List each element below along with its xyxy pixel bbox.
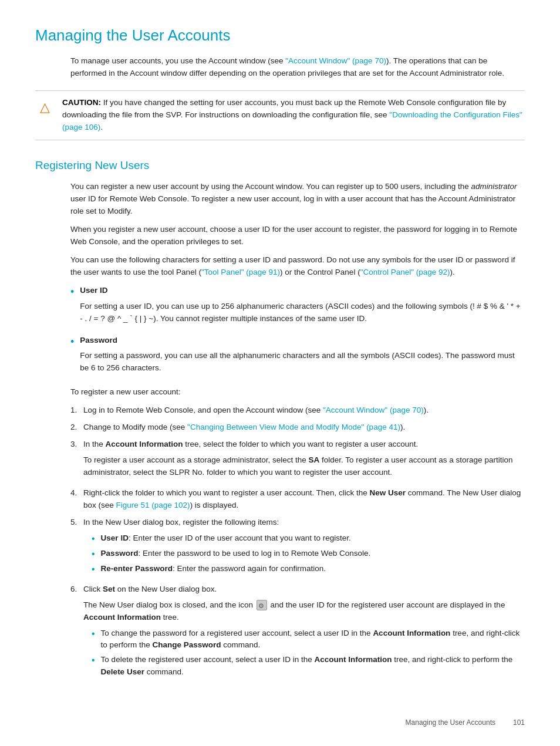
step-3: In the Account Information tree, select … (70, 438, 525, 482)
step1-start: Log in to Remote Web Console, and open t… (83, 406, 323, 414)
para1-italic: administrator (471, 182, 517, 191)
step-6-content: Click Set on the New User dialog box. Th… (83, 583, 525, 681)
para1-start: You can register a new user account by u… (70, 182, 471, 191)
account-window-link[interactable]: "Account Window" (page 70) (285, 56, 386, 65)
account-icon (257, 600, 267, 610)
step-1-content: Log in to Remote Web Console, and open t… (83, 404, 525, 417)
step4-link[interactable]: Figure 51 (page 102) (116, 501, 190, 509)
caution-box: △ CAUTION: If you have changed the setti… (35, 90, 525, 140)
step-5-content: In the New User dialog box, register the… (83, 517, 525, 579)
step4-end: ) is displayed. (190, 501, 239, 509)
step6-dot1: • (92, 627, 95, 640)
step6-cont-final: tree. (161, 613, 179, 622)
step2-end: ). (400, 423, 405, 431)
bullet-userid-content: User ID For setting a user ID, you can u… (80, 285, 525, 331)
step5-sub1-bold: User ID (101, 534, 129, 542)
caution-icon: △ (35, 97, 54, 117)
step5-sub2-content: Password: Enter the password to be used … (101, 548, 371, 560)
step-2-content: Change to Modify mode (see "Changing Bet… (83, 421, 525, 434)
bullet-password-content: Password For setting a password, you can… (80, 335, 525, 381)
step6-after1-bold1: Account Information (373, 629, 450, 637)
step6-continuation: The New User dialog box is closed, and t… (83, 599, 525, 624)
step-4-content: Right-click the folder to which you want… (83, 487, 525, 512)
step4-bold: New User (369, 488, 406, 497)
step6-cont-start: The New User dialog box is closed, and t… (83, 600, 255, 609)
step1-end: ). (424, 406, 429, 414)
step6-after1-start: To change the password for a registered … (101, 629, 373, 637)
para3-mid: ) or the Control Panel ( (280, 268, 360, 276)
step3-sub-text: To register a user account as a storage … (83, 455, 308, 464)
step6-after2-bold2: Delete User (101, 667, 144, 676)
step3-sub: To register a user account as a storage … (83, 454, 525, 479)
step6-change-pwd: • To change the password for a registere… (92, 627, 525, 652)
password-label: Password (80, 336, 117, 345)
control-panel-link[interactable]: "Control Panel" (page 92) (360, 268, 450, 276)
step5-dot1: • (92, 532, 95, 545)
intro-text-start: To manage user accounts, you use the Acc… (70, 56, 285, 65)
userid-label: User ID (80, 286, 107, 295)
step6-bold: Set (103, 585, 115, 593)
step2-link[interactable]: "Changing Between View Mode and Modify M… (187, 423, 400, 431)
step6-dot2: • (92, 654, 95, 667)
step6-after1-bold2: Change Password (152, 640, 221, 649)
para1-cont: user ID for Remote Web Console. To regis… (70, 194, 515, 215)
step5-dot3: • (92, 563, 95, 576)
step6-cont-bold: Account Information (83, 613, 161, 622)
step5-sub-reenter: • Re-enter Password: Enter the password … (92, 563, 525, 576)
step-2: Change to Modify mode (see "Changing Bet… (70, 421, 525, 434)
step5-dot2: • (92, 548, 95, 561)
step6-main: Click Set on the New User dialog box. (83, 583, 525, 596)
step5-sub2-text: : Enter the password to be used to log i… (138, 549, 370, 558)
page-footer: Managing the User Accounts 101 (406, 717, 525, 728)
step6-after2-content: To delete the registered user account, s… (101, 654, 525, 679)
step-3-content: In the Account Information tree, select … (83, 438, 525, 482)
bullet-password: • Password For setting a password, you c… (70, 335, 525, 381)
tool-panel-link[interactable]: "Tool Panel" (page 91) (201, 268, 280, 276)
bullet-dot-userid: • (70, 285, 74, 299)
step3-bold: Account Information (106, 440, 183, 448)
step4-start: Right-click the folder to which you want… (83, 488, 369, 497)
step6-cont-end: and the user ID for the registered user … (268, 600, 505, 609)
section-registering-title: Registering New Users (35, 157, 525, 174)
step1-link[interactable]: "Account Window" (page 70) (323, 406, 424, 414)
step-1: Log in to Remote Web Console, and open t… (70, 404, 525, 417)
step5-sub-bullets: • User ID: Enter the user ID of the user… (92, 532, 525, 576)
step6-mid: on the New User dialog box. (115, 585, 217, 593)
step5-sub3-text: : Enter the password again for confirmat… (173, 564, 326, 573)
step5-sub3-content: Re-enter Password: Enter the password ag… (101, 563, 326, 575)
para3: You can use the following characters for… (70, 254, 525, 279)
step2-start: Change to Modify mode (see (83, 423, 187, 431)
footer-page: 101 (513, 717, 525, 728)
para2: When you register a new user account, ch… (70, 224, 525, 248)
steps-list: Log in to Remote Web Console, and open t… (70, 404, 525, 681)
step3-sub-bold: SA (308, 455, 319, 464)
caution-content: CAUTION: If you have changed the setting… (62, 97, 525, 134)
step6-after2-mid: tree, and right-click to perform the (392, 655, 513, 664)
userid-detail: For setting a user ID, you can use up to… (80, 301, 525, 325)
bullet-userid: • User ID For setting a user ID, you can… (70, 285, 525, 331)
step6-after-bullets: • To change the password for a registere… (92, 627, 525, 679)
step-5: In the New User dialog box, register the… (70, 517, 525, 579)
step6-after2-end: command. (144, 667, 184, 676)
to-register-label: To register a new user account: (70, 386, 525, 399)
para3-end: ). (450, 268, 455, 276)
footer-text: Managing the User Accounts (406, 717, 495, 728)
caution-text2: . (100, 123, 103, 131)
step6-after1-content: To change the password for a registered … (101, 627, 525, 652)
step6-start: Click (83, 585, 103, 593)
step5-sub1-text: : Enter the user ID of the user account … (129, 534, 351, 542)
step5-sub-password: • Password: Enter the password to be use… (92, 548, 525, 561)
page-title: Managing the User Accounts (35, 23, 525, 47)
step3-main: In the Account Information tree, select … (83, 438, 525, 451)
step3-start: In the (83, 440, 106, 448)
bullet-dot-password: • (70, 335, 74, 349)
password-detail: For setting a password, you can use all … (80, 350, 525, 374)
section-registering-body: You can register a new user account by u… (70, 181, 525, 681)
step3-end: tree, select the folder to which you wan… (183, 440, 419, 448)
step5-sub-userid: • User ID: Enter the user ID of the user… (92, 532, 525, 545)
step-4: Right-click the folder to which you want… (70, 487, 525, 512)
intro-paragraph: To manage user accounts, you use the Acc… (70, 55, 525, 80)
caution-label: CAUTION: (62, 98, 101, 107)
step6-delete-user: • To delete the registered user account,… (92, 654, 525, 679)
step6-after2-start: To delete the registered user account, s… (101, 655, 315, 664)
